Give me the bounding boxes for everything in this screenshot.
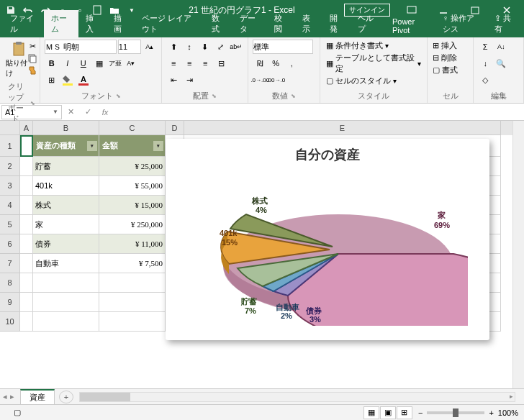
cell[interactable]: ¥ 7,500 bbox=[99, 254, 166, 273]
tab-review[interactable]: 校閲 bbox=[267, 10, 295, 37]
cell[interactable] bbox=[20, 293, 33, 312]
dec-decimal-icon[interactable]: .00→.0 bbox=[268, 73, 283, 87]
cell[interactable]: 金額▾ bbox=[99, 135, 166, 157]
dialog-launcher-icon[interactable]: ⬊ bbox=[212, 93, 217, 99]
insert-cells-button[interactable]: ⊞挿入 bbox=[432, 40, 469, 52]
cell[interactable]: 401k bbox=[33, 176, 99, 196]
cell[interactable] bbox=[99, 293, 166, 312]
row-header[interactable]: 2 bbox=[0, 157, 20, 176]
row-header[interactable]: 10 bbox=[0, 312, 20, 332]
cell[interactable] bbox=[20, 196, 33, 215]
filter-icon[interactable]: ▾ bbox=[87, 141, 97, 151]
cell[interactable] bbox=[99, 273, 166, 293]
autosum-icon[interactable]: Σ bbox=[478, 40, 492, 54]
share-button[interactable]: ⇪ 共有 bbox=[487, 10, 521, 37]
cancel-formula-icon[interactable]: ✕ bbox=[62, 105, 79, 119]
sheet-tab[interactable]: 資産 bbox=[20, 389, 55, 404]
cell[interactable] bbox=[20, 234, 33, 254]
row-header[interactable]: 9 bbox=[0, 293, 20, 312]
number-format-input[interactable] bbox=[253, 40, 313, 54]
inc-decimal-icon[interactable]: .0→.00 bbox=[253, 73, 267, 87]
copy-icon[interactable] bbox=[26, 52, 39, 64]
cell[interactable] bbox=[20, 176, 33, 196]
row-header[interactable]: 8 bbox=[0, 273, 20, 293]
align-left-icon[interactable]: ≡ bbox=[166, 56, 181, 70]
merge-icon[interactable]: ⊟ bbox=[214, 56, 228, 70]
font-color-icon[interactable]: A bbox=[76, 73, 91, 87]
indent-inc-icon[interactable]: ⇥ bbox=[182, 73, 196, 87]
row-header[interactable]: 3 bbox=[0, 176, 20, 196]
zoom-level[interactable]: 100% bbox=[498, 408, 518, 417]
add-sheet-button[interactable]: + bbox=[59, 391, 73, 403]
fill-icon[interactable]: ↓ bbox=[478, 56, 492, 70]
cell[interactable]: ¥ 250,000 bbox=[99, 215, 166, 234]
format-cells-button[interactable]: ▢書式 bbox=[432, 64, 469, 76]
font-name-input[interactable] bbox=[45, 40, 117, 54]
tellme[interactable]: ♀ 操作アシス bbox=[435, 10, 487, 37]
row-header[interactable]: 6 bbox=[0, 234, 20, 254]
fill-color-icon[interactable] bbox=[60, 73, 75, 87]
tab-data[interactable]: データ bbox=[232, 10, 267, 37]
dialog-launcher-icon[interactable]: ⬊ bbox=[30, 100, 35, 106]
cell[interactable] bbox=[99, 312, 166, 332]
tab-view[interactable]: 表示 bbox=[295, 10, 323, 37]
cell[interactable]: ¥ 55,000 bbox=[99, 176, 166, 196]
align-right-icon[interactable]: ≡ bbox=[198, 56, 212, 70]
col-header[interactable]: E bbox=[184, 121, 501, 135]
row-header[interactable]: 1 bbox=[0, 135, 20, 157]
tab-powerpivot[interactable]: Power Pivot bbox=[385, 14, 435, 37]
cell[interactable]: 株式 bbox=[33, 196, 99, 215]
zoom-slider[interactable] bbox=[427, 411, 484, 414]
ruby-icon[interactable]: ア亜 bbox=[108, 56, 122, 70]
filter-icon[interactable]: ▾ bbox=[153, 141, 163, 151]
formula-input[interactable] bbox=[114, 105, 524, 119]
normal-view-icon[interactable]: ▦ bbox=[363, 406, 379, 419]
cell[interactable]: ¥ 15,000 bbox=[99, 196, 166, 215]
currency-icon[interactable]: ₪ bbox=[253, 56, 267, 70]
enter-formula-icon[interactable]: ✓ bbox=[79, 105, 96, 119]
align-bottom-icon[interactable]: ⬇ bbox=[198, 40, 212, 54]
cell[interactable]: 資産の種類▾ bbox=[33, 135, 99, 157]
tab-help[interactable]: ヘルプ bbox=[351, 10, 385, 37]
sheet-prev-icon[interactable]: ◂ bbox=[3, 392, 7, 401]
border-icon[interactable]: ▦ bbox=[92, 56, 107, 70]
zoom-in-icon[interactable]: + bbox=[489, 408, 493, 417]
cut-icon[interactable]: ✂ bbox=[26, 40, 39, 52]
format-painter-icon[interactable] bbox=[26, 65, 39, 76]
tab-insert[interactable]: 挿入 bbox=[78, 10, 107, 37]
zoom-out-icon[interactable]: − bbox=[418, 408, 423, 417]
comma-icon[interactable]: , bbox=[284, 56, 299, 70]
dialog-launcher-icon[interactable]: ⬊ bbox=[291, 93, 296, 99]
col-header[interactable]: A bbox=[20, 121, 33, 135]
indent-dec-icon[interactable]: ⇤ bbox=[166, 73, 181, 87]
cell[interactable]: 貯蓄 bbox=[33, 157, 99, 176]
page-break-view-icon[interactable]: ⊞ bbox=[397, 406, 412, 419]
conditional-format-button[interactable]: ▦条件付き書式 ▾ bbox=[325, 40, 423, 52]
percent-icon[interactable]: % bbox=[268, 56, 283, 70]
cell[interactable] bbox=[33, 312, 99, 332]
row-header[interactable]: 4 bbox=[0, 196, 20, 215]
col-header[interactable]: B bbox=[33, 121, 99, 135]
cell[interactable] bbox=[20, 157, 33, 176]
tab-home[interactable]: ホーム bbox=[44, 10, 78, 37]
cell[interactable] bbox=[33, 293, 99, 312]
font-size-input[interactable] bbox=[118, 40, 141, 54]
bold-icon[interactable]: B bbox=[45, 56, 59, 70]
align-middle-icon[interactable]: ↕ bbox=[182, 40, 196, 54]
delete-cells-button[interactable]: ⊟削除 bbox=[432, 52, 469, 64]
cell[interactable] bbox=[33, 273, 99, 293]
italic-icon[interactable]: I bbox=[60, 56, 75, 70]
align-top-icon[interactable]: ⬆ bbox=[166, 40, 181, 54]
row-header[interactable]: 7 bbox=[0, 254, 20, 273]
clear-icon[interactable]: ◇ bbox=[478, 73, 492, 87]
cell-styles-button[interactable]: ▢セルのスタイル ▾ bbox=[325, 75, 423, 87]
align-center-icon[interactable]: ≡ bbox=[182, 56, 196, 70]
border-icon[interactable]: ⊞ bbox=[45, 73, 59, 87]
cell[interactable]: 自動車 bbox=[33, 254, 99, 273]
shrink-font-icon[interactable]: A▾ bbox=[124, 56, 138, 70]
tab-draw[interactable]: 描画 bbox=[107, 10, 135, 37]
dialog-launcher-icon[interactable]: ⬊ bbox=[116, 93, 121, 99]
vertical-scrollbar[interactable] bbox=[512, 121, 524, 388]
record-macro-icon[interactable]: ▢ bbox=[14, 408, 21, 417]
fx-icon[interactable]: fx bbox=[96, 105, 114, 119]
